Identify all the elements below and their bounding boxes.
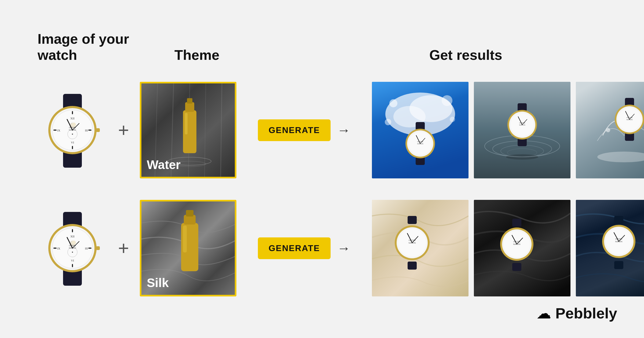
main-container: Image of your watch Theme Get results	[27, 15, 617, 323]
svg-point-100	[72, 241, 76, 245]
svg-rect-32	[185, 113, 188, 134]
theme-col-silk: Silk	[140, 200, 242, 296]
svg-rect-126	[512, 263, 521, 271]
section-headers: Image of your watch Theme Get results	[27, 31, 617, 63]
result-water-1-svg: ULYSSE NARDIN	[372, 82, 469, 178]
silk-label: Silk	[147, 275, 169, 290]
generate-button-water[interactable]: GENERATE	[258, 119, 331, 141]
svg-point-59	[506, 154, 538, 160]
generate-section-silk: GENERATE →	[258, 237, 350, 259]
result-silk-3-svg: ULYSSE NARDIN	[576, 200, 644, 296]
pebblely-logo: ☁ Pebblely	[536, 304, 617, 322]
plus-silk: +	[118, 237, 129, 259]
brand-name: Pebblely	[555, 304, 617, 322]
svg-rect-137	[614, 261, 623, 269]
row-silk: XII VI IX III ULYSSE NARDIN +	[27, 189, 617, 307]
theme-col-water: Water	[140, 82, 242, 178]
result-silk-1-svg: ULYSSE NARDIN	[372, 200, 469, 296]
watch-col-silk: XII VI IX III ULYSSE NARDIN	[38, 209, 107, 287]
result-water-3: ULYSSE NARDIN	[576, 82, 644, 178]
svg-rect-115	[408, 262, 417, 270]
watch-image-water: XII VI IX III ULYSSE NARDIN	[38, 91, 107, 169]
svg-rect-21	[96, 128, 100, 132]
svg-rect-125	[512, 219, 521, 227]
watch-svg-silk: XII VI IX III ULYSSE NARDIN	[38, 209, 107, 287]
svg-rect-105	[96, 246, 100, 250]
cloud-icon: ☁	[536, 305, 551, 322]
svg-point-41	[442, 95, 452, 106]
svg-point-72	[606, 128, 610, 132]
svg-rect-8	[88, 130, 92, 131]
watch-col-water: XII VI IX III ULYSSE NARDIN	[38, 91, 107, 169]
header-watch: Image of your watch	[38, 31, 158, 63]
svg-rect-6	[72, 146, 73, 149]
result-silk-2-svg: ULYSSE NARDIN	[474, 200, 570, 296]
svg-rect-114	[408, 216, 417, 224]
results-silk: ULYSSE NARDIN	[372, 200, 644, 296]
svg-text:III: III	[85, 129, 88, 132]
svg-point-14	[72, 134, 73, 135]
plus-water: +	[118, 119, 129, 141]
arrow-silk: →	[337, 240, 350, 256]
result-water-3-svg: ULYSSE NARDIN	[576, 82, 644, 178]
svg-text:VI: VI	[71, 141, 74, 144]
result-water-2: ULYSSE NARDIN	[474, 82, 570, 178]
svg-text:VI: VI	[71, 259, 74, 262]
generate-section-water: GENERATE →	[258, 119, 350, 141]
svg-rect-91	[53, 248, 57, 249]
row-water: XII VI IX III ULYSSE NARDIN	[27, 71, 617, 189]
svg-rect-111	[183, 226, 187, 252]
result-water-2-svg: ULYSSE NARDIN	[474, 82, 570, 178]
results-water: ULYSSE NARDIN	[372, 82, 644, 178]
result-silk-1: ULYSSE NARDIN	[372, 200, 469, 296]
svg-text:IX: IX	[57, 129, 60, 132]
header-results: Get results	[429, 47, 617, 63]
water-label: Water	[147, 157, 181, 172]
result-silk-3: ULYSSE NARDIN	[576, 200, 644, 296]
svg-text:XII: XII	[70, 117, 75, 120]
header-theme: Theme	[174, 47, 287, 63]
svg-rect-92	[88, 248, 92, 249]
svg-rect-7	[53, 130, 57, 131]
svg-point-40	[389, 99, 397, 107]
arrow-water: →	[337, 122, 350, 138]
result-water-1: ULYSSE NARDIN	[372, 82, 469, 178]
svg-rect-5	[72, 111, 73, 114]
theme-box-silk: Silk	[140, 200, 236, 296]
svg-rect-136	[614, 216, 623, 224]
svg-point-43	[385, 119, 391, 125]
svg-rect-110	[186, 210, 193, 216]
svg-point-98	[72, 252, 73, 253]
svg-point-42	[450, 117, 455, 122]
svg-text:XII: XII	[70, 235, 75, 238]
generate-button-silk[interactable]: GENERATE	[258, 237, 331, 259]
svg-rect-90	[72, 264, 73, 267]
svg-text:IX: IX	[57, 247, 60, 250]
result-silk-2: ULYSSE NARDIN	[474, 200, 570, 296]
theme-box-water: Water	[140, 82, 236, 178]
svg-rect-31	[187, 98, 192, 104]
watch-image-silk: XII VI IX III ULYSSE NARDIN	[38, 209, 107, 287]
svg-point-16	[72, 123, 76, 127]
svg-text:III: III	[85, 247, 88, 250]
watch-svg-water: XII VI IX III ULYSSE NARDIN	[38, 91, 107, 169]
svg-rect-89	[72, 229, 73, 232]
svg-rect-30	[185, 102, 194, 112]
